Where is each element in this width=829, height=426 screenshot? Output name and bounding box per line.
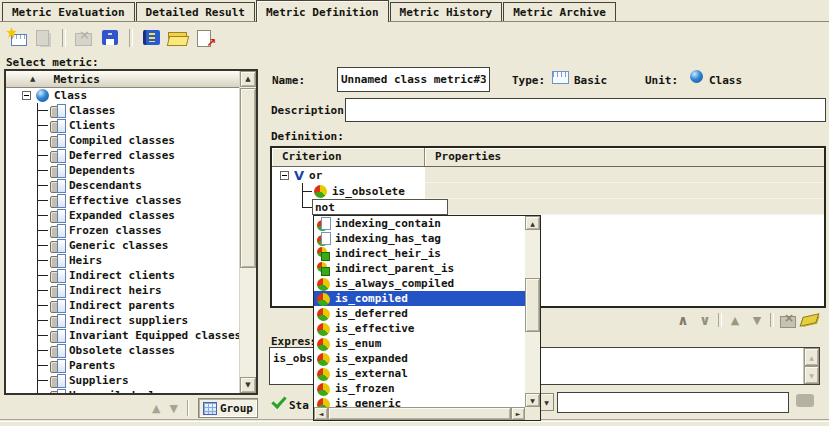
dropdown-horizontal-scrollbar[interactable]: ◄ ► (314, 407, 525, 420)
scroll-up-icon[interactable]: ▲ (804, 348, 819, 366)
bottom-text-input[interactable] (557, 392, 789, 413)
tools-separator (718, 313, 722, 327)
move-up-icon[interactable] (726, 311, 744, 329)
predefined-metric-icon (50, 164, 66, 177)
expression-scroll-buttons: ▲ ▼ (803, 348, 819, 384)
tab[interactable]: Metric Archive (503, 2, 616, 21)
dropdown-item[interactable]: is_compiled (314, 291, 525, 306)
predefined-metric-icon (50, 209, 66, 222)
save-metric-icon[interactable] (99, 27, 123, 49)
properties-column-header[interactable]: Properties (425, 148, 824, 166)
metric-tree-item[interactable]: Dependents (6, 163, 239, 178)
scroll-up-icon[interactable]: ▲ (525, 216, 540, 230)
tab[interactable]: Metric Evaluation (2, 2, 135, 21)
export-metrics-icon[interactable] (193, 27, 217, 49)
dropdown-item[interactable]: is_generic (314, 396, 525, 407)
metrics-column-header[interactable]: ▲ Metrics (6, 71, 239, 88)
tab[interactable]: Metric History (390, 2, 503, 21)
eraser-icon[interactable] (800, 311, 818, 329)
metric-tree-item[interactable]: Indirect parents (6, 298, 239, 313)
metric-tree-item[interactable]: Compiled classes (6, 133, 239, 148)
dropdown-item[interactable]: is_enum (314, 336, 525, 351)
predefined-metric-icon (50, 104, 66, 117)
scroll-up-icon[interactable]: ▲ (240, 71, 256, 87)
predefined-metric-icon (50, 149, 66, 162)
metric-tree-item[interactable]: Obsolete classes (6, 343, 239, 358)
metric-tree-item[interactable]: Expanded classes (6, 208, 239, 223)
scrollbar-thumb[interactable] (240, 88, 256, 268)
metric-tree-item[interactable]: Indirect clients (6, 268, 239, 283)
scrollbar-thumb[interactable] (328, 407, 511, 420)
tree-scrollbar[interactable]: ▲ ▼ (239, 71, 256, 393)
description-input[interactable] (345, 98, 826, 122)
type-value: Basic (574, 74, 607, 87)
criterion-row-not[interactable]: not (272, 199, 824, 215)
metric-tree-item[interactable]: Deferred classes (6, 148, 239, 163)
tab[interactable]: Detailed Result (136, 2, 255, 21)
scrollbar-thumb[interactable] (525, 278, 540, 332)
dropdown-item[interactable]: is_always_compiled (314, 276, 525, 291)
tab[interactable]: Metric Definition (256, 0, 389, 22)
dropdown-item[interactable]: is_expanded (314, 351, 525, 366)
criterion-row-is-obsolete[interactable]: is_obsolete (272, 183, 824, 199)
metric-tree-item[interactable]: Uncompiled classes (6, 388, 239, 393)
import-metrics-icon[interactable] (139, 27, 163, 49)
metric-tree-item[interactable]: Parents (6, 358, 239, 373)
metric-tree-item[interactable]: Heirs (6, 253, 239, 268)
metric-tree-item[interactable]: Clients (6, 118, 239, 133)
copy-metric-icon[interactable] (32, 27, 56, 49)
main-toolbar (5, 26, 217, 50)
metric-tree-item[interactable]: Indirect heirs (6, 283, 239, 298)
or-operator-icon[interactable] (696, 311, 714, 329)
move-metric-up-icon[interactable]: ▲ (152, 402, 160, 415)
criterion-pie-icon (317, 367, 331, 381)
move-metric-down-icon[interactable]: ▼ (169, 402, 177, 415)
scroll-down-icon[interactable]: ▼ (525, 393, 540, 407)
delete-metric-icon[interactable] (72, 27, 96, 49)
scroll-right-icon[interactable]: ► (511, 407, 525, 420)
group-toggle-button[interactable]: Group (198, 398, 258, 418)
metric-tree-item[interactable]: Generic classes (6, 238, 239, 253)
and-operator-icon[interactable] (674, 311, 692, 329)
criterion-edit-cell[interactable]: not (312, 199, 448, 215)
collapse-expander-icon[interactable] (280, 171, 289, 180)
criterion-column-header[interactable]: Criterion (272, 148, 425, 166)
dropdown-item[interactable]: is_effective (314, 321, 525, 336)
criterion-row-or[interactable]: or (272, 167, 824, 183)
metric-tree-item[interactable]: Invariant Equipped classes (6, 328, 239, 343)
metric-name-input[interactable] (337, 67, 490, 92)
button-separator (187, 400, 189, 416)
metric-tree-item[interactable]: Suppliers (6, 373, 239, 388)
dropdown-item[interactable]: is_frozen (314, 381, 525, 396)
combo-dropdown-button[interactable]: ▼ (539, 393, 554, 411)
metric-tree-item[interactable]: Indirect suppliers (6, 313, 239, 328)
dropdown-item[interactable]: indirect_heir_is (314, 246, 525, 261)
criterion-pie-icon (317, 337, 331, 351)
scroll-down-icon[interactable]: ▼ (240, 377, 256, 393)
dropdown-item[interactable]: indexing_contain (314, 216, 525, 231)
scroll-down-icon[interactable]: ▼ (804, 366, 819, 384)
class-unit-icon (690, 70, 703, 83)
collapse-expander-icon[interactable] (22, 91, 31, 100)
definition-toolbar (674, 311, 818, 329)
metric-tree-item[interactable]: Frozen classes (6, 223, 239, 238)
metric-tree-root-class[interactable]: Class (6, 88, 239, 103)
metric-tree-item[interactable]: Effective classes (6, 193, 239, 208)
scroll-left-icon[interactable]: ◄ (314, 407, 328, 420)
dropdown-item[interactable]: is_deferred (314, 306, 525, 321)
dropdown-item[interactable]: is_external (314, 366, 525, 381)
dropdown-vertical-scrollbar[interactable]: ▲ ▼ (525, 216, 540, 407)
dropdown-item[interactable]: indirect_parent_is (314, 261, 525, 276)
open-metric-file-icon[interactable] (166, 27, 190, 49)
dropdown-item[interactable]: indexing_has_tag (314, 231, 525, 246)
metric-tree-item[interactable]: Classes (6, 103, 239, 118)
predefined-metric-icon (50, 194, 66, 207)
move-down-icon[interactable] (748, 311, 766, 329)
predefined-metric-icon (50, 269, 66, 282)
tab-bar: Metric EvaluationDetailed ResultMetric D… (0, 0, 829, 22)
new-metric-icon[interactable] (5, 27, 29, 49)
metric-tree-item[interactable]: Descendants (6, 178, 239, 193)
definition-table-header: Criterion Properties (272, 148, 824, 167)
delete-criterion-icon[interactable] (778, 311, 796, 329)
criterion-pie-icon (314, 184, 328, 198)
